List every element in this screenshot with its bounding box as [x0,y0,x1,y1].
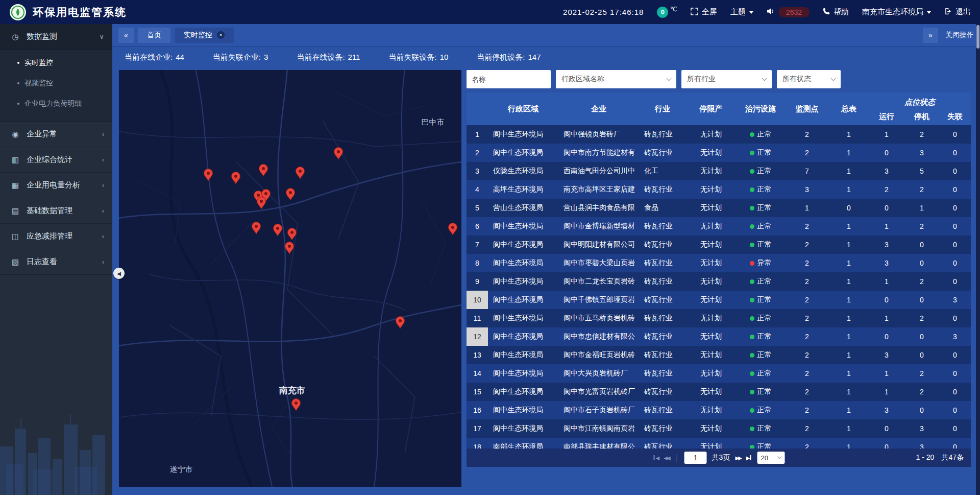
cell-run: 0 [869,144,904,162]
table-row[interactable]: 1阆中生态环境局阆中强锐页岩砖厂砖瓦行业无计划正常21120 [467,125,971,144]
tab-close-icon[interactable]: × [217,31,225,39]
cell-lost: 0 [939,309,971,327]
status-dot-green [750,132,754,137]
table-row[interactable]: 10阆中生态环境局阆中千佛镇五郎垭页岩砖瓦行业无计划正常21003 [467,291,971,309]
fullscreen-button[interactable]: 全屏 [691,7,717,17]
table-row[interactable]: 16阆中生态环境局阆中市石子页岩机砖厂砖瓦行业无计划正常21300 [467,401,971,419]
table-row[interactable]: 9阆中生态环境局阆中市二龙长宝页岩砖砖瓦行业无计划正常21120 [467,272,971,291]
first-page-button[interactable]: ◀ [653,455,659,461]
cell-lost: 0 [939,346,971,364]
tab-home[interactable]: 首页 [138,28,170,43]
sidebar-section-enterprise-statistics[interactable]: ▥ 企业综合统计 ‹ [0,147,112,173]
cell-region: 阆中生态环境局 [488,144,558,162]
page-size-value: 20 [761,454,768,462]
industry-filter-select[interactable]: 所有行业 [681,70,772,88]
table-row[interactable]: 3仪陇生态环境局西南油气田分公司川中化工无计划正常71350 [467,162,971,180]
table-row[interactable]: 15阆中生态环境局阆中市光富页岩机砖厂砖瓦行业无计划正常21120 [467,383,971,401]
close-operations-button[interactable]: 关闭操作 [945,31,974,40]
prev-page-button[interactable]: ◀◀ [664,455,669,461]
table-row[interactable]: 8阆中生态环境局阆中市枣碧大梁山页岩砖瓦行业无计划异常21300 [467,254,971,272]
cell-monitor: 1 [785,199,829,217]
stat-label: 当前失联设备: [388,53,436,62]
cell-facility: 正常 [736,438,785,449]
sidebar-section-emergency-reduction[interactable]: ◫ 应急减排管理 ‹ [0,224,112,249]
sidebar-section-data-monitoring[interactable]: ◷ 数据监测 ∨ [0,24,112,50]
cell-lost: 0 [939,401,971,419]
cell-stop: 2 [904,125,939,144]
help-button[interactable]: 帮助 [823,7,849,17]
column-header-facility: 治污设施 [736,92,785,125]
cell-monitor: 2 [785,327,829,346]
filter-bar: 行政区域名称 所有行业 所有状态 [467,70,971,88]
table-row[interactable]: 2阆中生态环境局阆中市南方节能建材有砖瓦行业无计划正常21030 [467,144,971,162]
table-row[interactable]: 4高坪生态环境局南充市高坪区王家店建砖瓦行业无计划正常31220 [467,180,971,199]
table-row[interactable]: 14阆中生态环境局阆中大兴页岩机砖厂砖瓦行业无计划正常21120 [467,364,971,383]
cell-stop: 1 [904,199,939,217]
sidebar-section-enterprise-abnormal[interactable]: ◉ 企业异常 ‹ [0,122,112,147]
sidebar-section-log-view[interactable]: ▧ 日志查看 ‹ [0,249,112,275]
cell-facility: 正常 [736,346,785,364]
table-row[interactable]: 18南部生态环境局南部县瑞丰建材有限公砖瓦行业无计划正常21030 [467,438,971,449]
sidebar-item-realtime-monitor[interactable]: 实时监控 [0,53,112,73]
cell-lost: 0 [939,383,971,401]
cell-run: 1 [869,383,904,401]
logout-button[interactable]: 退出 [944,7,971,17]
sidebar-item-power-load-detail[interactable]: 企业电力负荷明细 [0,93,112,114]
last-page-button[interactable]: ▶ [746,455,752,461]
map[interactable]: 巴中市南充市遂宁市 [119,70,461,487]
next-page-button[interactable]: ▶▶ [735,455,741,461]
tabs-back-button[interactable]: « [118,28,134,43]
cell-monitor: 7 [785,162,829,180]
cell-lost: 0 [939,162,971,180]
chevron-left-icon: ‹ [102,181,104,189]
status-dot-green [750,298,754,302]
cell-industry: 食品 [639,199,686,217]
table-row[interactable]: 7阆中生态环境局阆中明阳建材有限公司砖瓦行业无计划正常21300 [467,235,971,254]
cell-limit: 无计划 [686,162,736,180]
status-filter-select[interactable]: 所有状态 [777,70,841,88]
status-dot-green [750,169,754,174]
scrollbar-track[interactable] [976,24,980,495]
cell-stop: 2 [904,309,939,327]
sidebar-section-base-data[interactable]: ▤ 基础数据管理 ‹ [0,198,112,224]
sidebar-item-label: 企业电力负荷明细 [24,99,82,108]
name-filter-input[interactable] [467,70,551,88]
status-dot-green [750,151,754,155]
map-panel[interactable]: 巴中市南充市遂宁市 [119,70,461,487]
table-row[interactable]: 11阆中生态环境局阆中市五马桥页岩机砖砖瓦行业无计划正常21120 [467,309,971,327]
tabs-forward-button[interactable]: » [923,28,938,43]
theme-dropdown[interactable]: 主题 [730,7,753,17]
alert-group[interactable]: 2632 [767,7,810,17]
cell-run: 0 [869,199,904,217]
page-size-select[interactable]: 20 [757,452,785,464]
sidebar-section-label: 日志查看 [27,257,96,267]
org-dropdown[interactable]: 南充市生态环境局 [862,7,931,17]
table-row[interactable]: 13阆中生态环境局阆中市金福旺页岩机砖砖瓦行业无计划正常21300 [467,346,971,364]
table-row[interactable]: 6阆中生态环境局阆中市金博瑞新型墙材砖瓦行业无计划正常21120 [467,217,971,235]
sidebar-section-power-analysis[interactable]: ▦ 企业用电量分析 ‹ [0,173,112,198]
stat-label: 当前停机设备: [477,53,525,62]
map-city-label: 遂宁市 [170,465,193,474]
table-row[interactable]: 17阆中生态环境局阆中市江南镇阆南页岩砖瓦行业无计划正常21030 [467,419,971,438]
tab-realtime-monitor[interactable]: 实时监控 × [175,28,234,43]
status-dot-red [750,261,754,266]
fullscreen-icon [691,8,698,17]
theme-label: 主题 [730,7,746,17]
bullet-icon [17,62,19,64]
scrollbar-thumb[interactable] [976,25,979,49]
sidebar-item-video-monitor[interactable]: 视频监控 [0,73,112,93]
cell-idx: 8 [467,254,488,272]
help-label: 帮助 [834,7,849,17]
cell-meter: 1 [829,291,869,309]
cell-region: 阆中生态环境局 [488,291,558,309]
divider [677,454,677,462]
page-number-input[interactable] [684,452,707,464]
chevron-left-icon: ‹ [102,258,104,266]
table-row[interactable]: 12阆中生态环境局阆中市忠信建材有限公砖瓦行业无计划正常21003 [467,327,971,346]
temperature-widget: 0 ℃ [657,7,677,18]
cell-company: 西南油气田分公司川中 [558,162,639,180]
region-filter-select[interactable]: 行政区域名称 [556,70,676,88]
table-row[interactable]: 5营山生态环境局营山县润丰肉食品有限食品无计划正常10010 [467,199,971,217]
cell-meter: 1 [829,217,869,235]
map-collapse-button[interactable]: ◀ [113,268,125,279]
